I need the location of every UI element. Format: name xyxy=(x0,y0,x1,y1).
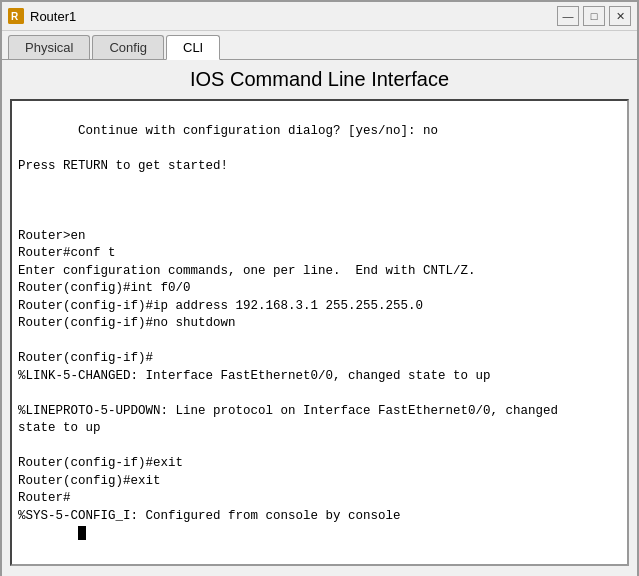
maximize-button[interactable]: □ xyxy=(583,6,605,26)
content-area: IOS Command Line Interface Continue with… xyxy=(2,60,637,574)
window-title: Router1 xyxy=(30,9,557,24)
minimize-button[interactable]: — xyxy=(557,6,579,26)
terminal-container[interactable]: Continue with configuration dialog? [yes… xyxy=(10,99,629,566)
page-title: IOS Command Line Interface xyxy=(10,68,629,91)
close-button[interactable]: ✕ xyxy=(609,6,631,26)
terminal-cursor xyxy=(78,526,86,540)
svg-text:R: R xyxy=(11,11,19,22)
window-controls: — □ ✕ xyxy=(557,6,631,26)
tab-config[interactable]: Config xyxy=(92,35,164,59)
title-bar: R Router1 — □ ✕ xyxy=(2,2,637,31)
main-window: R Router1 — □ ✕ Physical Config CLI IOS … xyxy=(0,0,639,576)
tab-physical[interactable]: Physical xyxy=(8,35,90,59)
tab-cli[interactable]: CLI xyxy=(166,35,220,60)
app-icon: R xyxy=(8,8,24,24)
tab-bar: Physical Config CLI xyxy=(2,31,637,60)
terminal-text: Continue with configuration dialog? [yes… xyxy=(18,124,558,523)
terminal-output[interactable]: Continue with configuration dialog? [yes… xyxy=(12,101,627,564)
